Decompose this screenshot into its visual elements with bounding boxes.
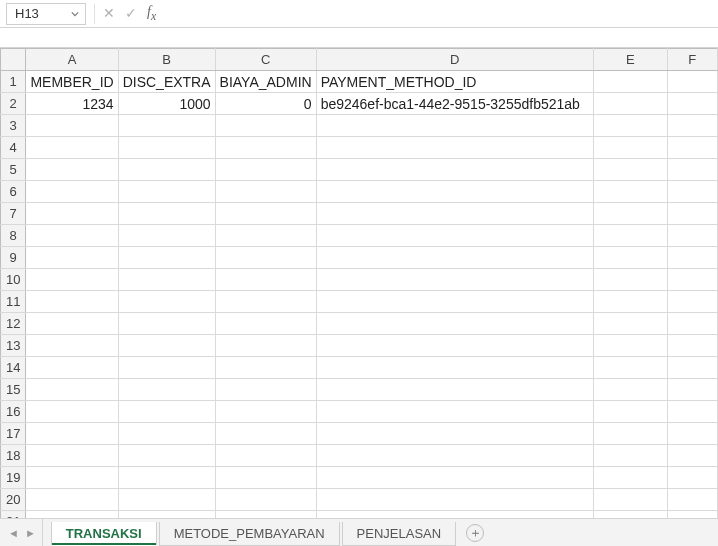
row-header-18[interactable]: 18 [1, 445, 26, 467]
cell-C4[interactable] [215, 137, 316, 159]
cell-C5[interactable] [215, 159, 316, 181]
cell-A6[interactable] [26, 181, 118, 203]
row-header-4[interactable]: 4 [1, 137, 26, 159]
row-header-13[interactable]: 13 [1, 335, 26, 357]
cell-E3[interactable] [593, 115, 667, 137]
cell-B10[interactable] [118, 269, 215, 291]
cell-B20[interactable] [118, 489, 215, 511]
col-header-C[interactable]: C [215, 49, 316, 71]
cell-B21[interactable] [118, 511, 215, 519]
row-header-14[interactable]: 14 [1, 357, 26, 379]
cell-A2[interactable]: 1234 [26, 93, 118, 115]
row-header-6[interactable]: 6 [1, 181, 26, 203]
col-header-B[interactable]: B [118, 49, 215, 71]
cell-A16[interactable] [26, 401, 118, 423]
cell-A19[interactable] [26, 467, 118, 489]
row-header-8[interactable]: 8 [1, 225, 26, 247]
cell-D8[interactable] [316, 225, 593, 247]
cell-C20[interactable] [215, 489, 316, 511]
cell-E2[interactable] [593, 93, 667, 115]
cell-C13[interactable] [215, 335, 316, 357]
cell-E21[interactable] [593, 511, 667, 519]
accept-icon[interactable]: ✓ [125, 5, 137, 21]
cell-D4[interactable] [316, 137, 593, 159]
cell-C3[interactable] [215, 115, 316, 137]
cell-F18[interactable] [667, 445, 717, 467]
cell-E18[interactable] [593, 445, 667, 467]
cell-D20[interactable] [316, 489, 593, 511]
cell-F2[interactable] [667, 93, 717, 115]
row-header-11[interactable]: 11 [1, 291, 26, 313]
cell-D6[interactable] [316, 181, 593, 203]
cell-E19[interactable] [593, 467, 667, 489]
cell-B7[interactable] [118, 203, 215, 225]
cell-A11[interactable] [26, 291, 118, 313]
cell-B1[interactable]: DISC_EXTRA [118, 71, 215, 93]
cell-F1[interactable] [667, 71, 717, 93]
cell-F11[interactable] [667, 291, 717, 313]
cell-C21[interactable] [215, 511, 316, 519]
cell-B14[interactable] [118, 357, 215, 379]
cell-C15[interactable] [215, 379, 316, 401]
cell-E8[interactable] [593, 225, 667, 247]
row-header-19[interactable]: 19 [1, 467, 26, 489]
cell-E14[interactable] [593, 357, 667, 379]
cell-B15[interactable] [118, 379, 215, 401]
cell-C7[interactable] [215, 203, 316, 225]
cell-D21[interactable] [316, 511, 593, 519]
cell-D15[interactable] [316, 379, 593, 401]
cell-A14[interactable] [26, 357, 118, 379]
cell-A4[interactable] [26, 137, 118, 159]
cell-B4[interactable] [118, 137, 215, 159]
cell-E5[interactable] [593, 159, 667, 181]
tab-metode[interactable]: METODE_PEMBAYARAN [159, 522, 340, 546]
cell-F21[interactable] [667, 511, 717, 519]
cell-A21[interactable] [26, 511, 118, 519]
cell-B16[interactable] [118, 401, 215, 423]
cell-D10[interactable] [316, 269, 593, 291]
cell-A10[interactable] [26, 269, 118, 291]
cell-E7[interactable] [593, 203, 667, 225]
cell-B12[interactable] [118, 313, 215, 335]
cell-A9[interactable] [26, 247, 118, 269]
cell-D18[interactable] [316, 445, 593, 467]
cell-C6[interactable] [215, 181, 316, 203]
cell-C10[interactable] [215, 269, 316, 291]
add-sheet-button[interactable]: ＋ [466, 524, 484, 542]
cell-E10[interactable] [593, 269, 667, 291]
cell-C14[interactable] [215, 357, 316, 379]
cell-A20[interactable] [26, 489, 118, 511]
cell-A5[interactable] [26, 159, 118, 181]
cell-B2[interactable]: 1000 [118, 93, 215, 115]
cell-C9[interactable] [215, 247, 316, 269]
row-header-21[interactable]: 21 [1, 511, 26, 519]
cell-D19[interactable] [316, 467, 593, 489]
tab-transaksi[interactable]: TRANSAKSI [51, 522, 157, 546]
cell-A13[interactable] [26, 335, 118, 357]
col-header-F[interactable]: F [667, 49, 717, 71]
cell-F14[interactable] [667, 357, 717, 379]
row-header-20[interactable]: 20 [1, 489, 26, 511]
cell-D13[interactable] [316, 335, 593, 357]
spreadsheet-grid[interactable]: ABCDEF 1MEMBER_IDDISC_EXTRABIAYA_ADMINPA… [0, 48, 718, 518]
cell-C18[interactable] [215, 445, 316, 467]
cell-B8[interactable] [118, 225, 215, 247]
cell-A17[interactable] [26, 423, 118, 445]
cell-E1[interactable] [593, 71, 667, 93]
cell-D7[interactable] [316, 203, 593, 225]
cell-E17[interactable] [593, 423, 667, 445]
cell-F3[interactable] [667, 115, 717, 137]
cell-B17[interactable] [118, 423, 215, 445]
cell-D5[interactable] [316, 159, 593, 181]
tab-next-icon[interactable]: ► [25, 527, 36, 539]
cell-C19[interactable] [215, 467, 316, 489]
row-header-2[interactable]: 2 [1, 93, 26, 115]
cell-B19[interactable] [118, 467, 215, 489]
tab-prev-icon[interactable]: ◄ [8, 527, 19, 539]
cell-B5[interactable] [118, 159, 215, 181]
cell-D14[interactable] [316, 357, 593, 379]
col-header-E[interactable]: E [593, 49, 667, 71]
cell-D12[interactable] [316, 313, 593, 335]
cell-A15[interactable] [26, 379, 118, 401]
cell-C17[interactable] [215, 423, 316, 445]
